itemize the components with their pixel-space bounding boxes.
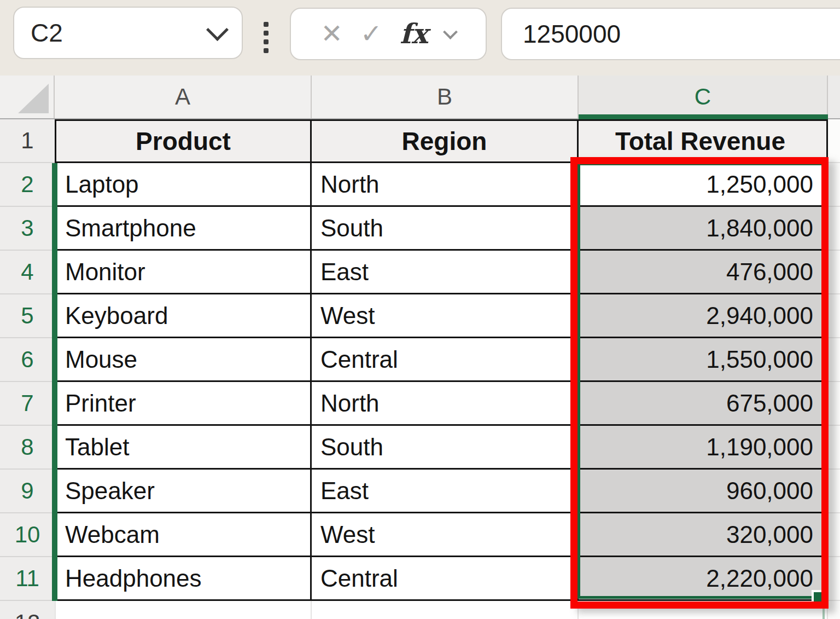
enter-icon[interactable]: ✓ — [360, 21, 382, 47]
row-header-11[interactable]: 11 — [0, 557, 55, 601]
insert-function-icon[interactable]: fx — [400, 20, 428, 48]
row-header-1[interactable]: 1 — [0, 119, 55, 163]
excel-window: C2 ✕ ✓ fx 1250000 A B C 1 Product Region… — [0, 0, 840, 619]
cell-D2-sliver[interactable] — [828, 163, 840, 207]
cell-B2[interactable]: North — [312, 163, 579, 207]
row-header-2[interactable]: 2 — [0, 163, 55, 207]
cell-D8-sliver[interactable] — [828, 426, 840, 470]
table-row: 1 Product Region Total Revenue — [0, 119, 840, 163]
name-box[interactable]: C2 — [13, 7, 243, 59]
row-header-9[interactable]: 9 — [0, 470, 55, 513]
cell-B12[interactable] — [312, 601, 579, 619]
cell-D3-sliver[interactable] — [828, 207, 840, 251]
cell-B11[interactable]: Central — [312, 557, 579, 601]
cell-D5-sliver[interactable] — [828, 294, 840, 338]
cell-B1[interactable]: Region — [312, 119, 579, 163]
column-header-b[interactable]: B — [312, 76, 579, 118]
column-header-a[interactable]: A — [55, 76, 312, 118]
column-header-d-sliver[interactable] — [828, 76, 840, 118]
formula-bar-value: 1250000 — [523, 19, 621, 49]
cancel-icon[interactable]: ✕ — [321, 21, 343, 47]
select-all-triangle-icon — [18, 84, 49, 113]
selection-gridline-hint — [822, 608, 825, 619]
cell-B5[interactable]: West — [312, 294, 579, 338]
fx-chevron-down-icon[interactable] — [443, 25, 458, 39]
cell-A3[interactable]: Smartphone — [55, 207, 312, 251]
column-header-c[interactable]: C — [579, 76, 828, 118]
selected-rows-accent-bar — [52, 163, 57, 601]
cell-D6-sliver[interactable] — [828, 338, 840, 382]
row-header-4[interactable]: 4 — [0, 251, 55, 294]
cell-A9[interactable]: Speaker — [55, 470, 312, 513]
cell-B7[interactable]: North — [312, 382, 579, 426]
selected-column-accent-bar — [579, 114, 828, 119]
row-header-10[interactable]: 10 — [0, 513, 55, 557]
cell-B3[interactable]: South — [312, 207, 579, 251]
cell-D7-sliver[interactable] — [828, 382, 840, 426]
cell-A10[interactable]: Webcam — [55, 513, 312, 557]
cell-A1[interactable]: Product — [55, 119, 312, 163]
cell-A4[interactable]: Monitor — [55, 251, 312, 294]
cell-A7[interactable]: Printer — [55, 382, 312, 426]
cell-D1-sliver[interactable] — [828, 119, 840, 163]
cell-A5[interactable]: Keyboard — [55, 294, 312, 338]
name-box-value: C2 — [31, 18, 63, 48]
cell-D11-sliver[interactable] — [828, 557, 840, 601]
cell-A2[interactable]: Laptop — [55, 163, 312, 207]
cell-B8[interactable]: South — [312, 426, 579, 470]
toolbar-drag-handle-icon — [264, 22, 269, 53]
cell-A6[interactable]: Mouse — [55, 338, 312, 382]
cell-A12[interactable] — [55, 601, 312, 619]
formula-bar[interactable]: 1250000 — [501, 8, 840, 60]
row-header-6[interactable]: 6 — [0, 338, 55, 382]
cell-D4-sliver[interactable] — [828, 251, 840, 294]
annotation-red-box — [570, 157, 829, 609]
row-header-3[interactable]: 3 — [0, 207, 55, 251]
row-header-12[interactable]: 12 — [0, 601, 55, 619]
select-all-button[interactable] — [0, 76, 55, 118]
row-header-7[interactable]: 7 — [0, 382, 55, 426]
cell-B6[interactable]: Central — [312, 338, 579, 382]
cell-D9-sliver[interactable] — [828, 470, 840, 513]
column-header-row: A B C — [0, 76, 840, 119]
cell-B4[interactable]: East — [312, 251, 579, 294]
cell-B9[interactable]: East — [312, 470, 579, 513]
cell-B10[interactable]: West — [312, 513, 579, 557]
cell-A8[interactable]: Tablet — [55, 426, 312, 470]
cell-C1[interactable]: Total Revenue — [579, 119, 828, 163]
formula-controls: ✕ ✓ fx — [290, 8, 487, 60]
cell-D10-sliver[interactable] — [828, 513, 840, 557]
cell-D12-sliver[interactable] — [828, 601, 840, 619]
name-box-chevron-down-icon[interactable] — [206, 18, 229, 41]
row-header-5[interactable]: 5 — [0, 294, 55, 338]
cell-A11[interactable]: Headphones — [55, 557, 312, 601]
row-header-8[interactable]: 8 — [0, 426, 55, 470]
